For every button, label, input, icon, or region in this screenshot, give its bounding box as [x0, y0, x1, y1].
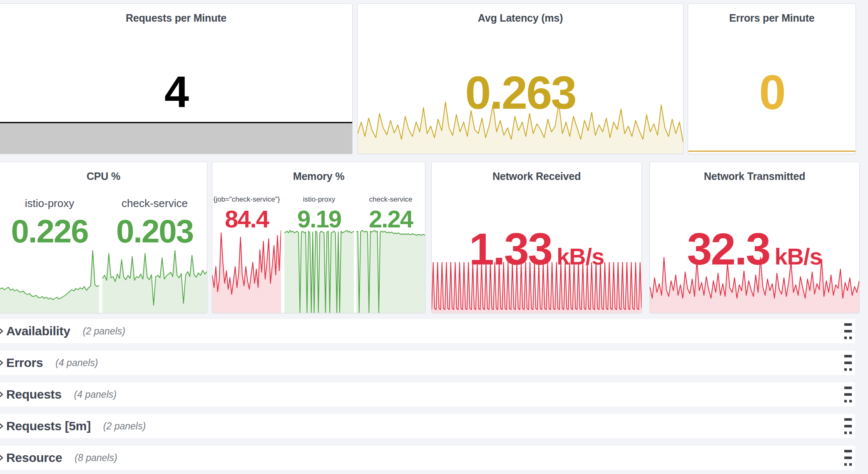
row-panel-count: (2 panels) [103, 421, 146, 432]
row-title: Resource [6, 451, 62, 465]
row-requests[interactable]: Requests (4 panels) [0, 382, 855, 407]
stat-unit: kB/s [557, 245, 604, 268]
panel-title[interactable]: Network Received [432, 170, 642, 182]
stat-label: check-service [356, 195, 425, 204]
dashboard: Requests per Minute 4 Avg Latency (ms) 0… [0, 0, 868, 474]
stat-value: 4 [0, 70, 352, 114]
chevron-right-icon [0, 327, 5, 336]
row-title: Availability [6, 324, 70, 338]
row-resource[interactable]: Resource (8 panels) [0, 446, 855, 470]
drag-handle-icon[interactable] [844, 355, 852, 371]
stat-label: istio-proxy [0, 197, 99, 210]
panel-title[interactable]: Requests per Minute [0, 12, 352, 24]
panel-requests-per-minute: Requests per Minute 4 [0, 3, 353, 154]
memory-istio-proxy-sparkline [284, 229, 354, 313]
stat-value: 2.24 [356, 207, 425, 231]
chevron-right-icon [0, 358, 5, 367]
drag-handle-icon[interactable] [844, 450, 852, 466]
drag-handle-icon[interactable] [844, 418, 852, 434]
row-requests-5m[interactable]: Requests [5m] (2 panels) [0, 414, 855, 438]
panel-title[interactable]: CPU % [0, 170, 207, 182]
row-panel-count: (2 panels) [83, 326, 125, 337]
chevron-right-icon [0, 390, 5, 399]
row-panel-count: (4 panels) [74, 389, 117, 400]
panel-title[interactable]: Network Transmitted [650, 170, 859, 182]
panel-errors-per-minute: Errors per Minute 0 [688, 3, 856, 154]
chevron-right-icon [0, 453, 5, 462]
requests-sparkline [0, 122, 352, 154]
memory-check-service-sparkline [356, 229, 425, 313]
row-title: Requests [6, 387, 62, 402]
stat-unit: kB/s [774, 245, 822, 268]
cpu-istio-proxy-sparkline [0, 250, 99, 313]
stat-label: {job="check-service"} [212, 195, 281, 204]
panel-avg-latency: Avg Latency (ms) 0.263 [357, 3, 684, 154]
panel-cpu: CPU % istio-proxy check-service 0.226 0.… [0, 162, 207, 313]
stat-value: 0 [688, 68, 856, 117]
stat-value: 0.263 [358, 70, 683, 116]
stat-label: istio-proxy [284, 195, 354, 204]
panel-title[interactable]: Memory % [212, 170, 425, 182]
chevron-right-icon [0, 422, 5, 431]
stat-value: 84.4 [212, 207, 281, 231]
stat-value: 1.33 [469, 227, 552, 272]
row-panel-count: (4 panels) [55, 357, 98, 369]
errors-sparkline [688, 150, 856, 153]
row-panel-count: (8 panels) [75, 452, 117, 464]
drag-handle-icon[interactable] [844, 387, 852, 402]
panel-network-received: Network Received 1.33 kB/s [431, 162, 642, 313]
stat-value: 9.19 [284, 207, 354, 231]
stat-value: 0.203 [102, 215, 207, 247]
stat-value: 32.3 [687, 227, 769, 272]
panel-title[interactable]: Avg Latency (ms) [358, 12, 683, 24]
panel-title[interactable]: Errors per Minute [688, 12, 856, 24]
row-errors[interactable]: Errors (4 panels) [0, 351, 855, 375]
panel-network-transmitted: Network Transmitted 32.3 kB/s [649, 162, 860, 313]
drag-handle-icon[interactable] [844, 323, 852, 339]
panel-memory: Memory % {job="check-service"} istio-pro… [212, 162, 425, 313]
stat-label: check-service [102, 197, 207, 210]
stat-value: 0.226 [0, 215, 99, 247]
cpu-check-service-sparkline [102, 250, 207, 313]
row-availability[interactable]: Availability (2 panels) [0, 319, 855, 343]
memory-job-sparkline [212, 229, 281, 313]
row-title: Requests [5m] [6, 419, 91, 433]
row-title: Errors [6, 356, 43, 370]
